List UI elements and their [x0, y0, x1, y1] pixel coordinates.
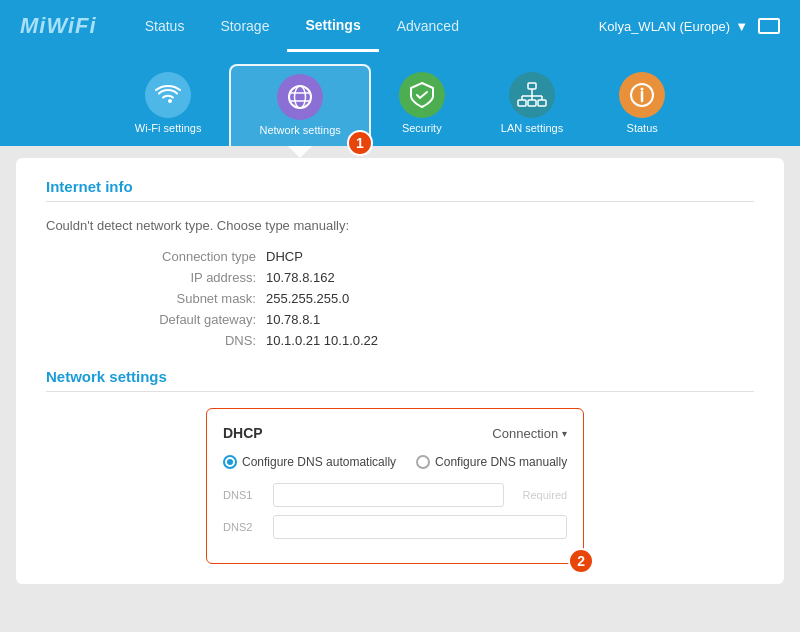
radio-auto-dns[interactable]: Configure DNS automatically — [223, 455, 396, 469]
dns2-input[interactable] — [273, 515, 567, 539]
info-row-connection: Connection type DHCP — [126, 249, 754, 264]
info-table: Connection type DHCP IP address: 10.78.8… — [126, 249, 754, 348]
username: Kolya_WLAN (Europe) — [599, 19, 731, 34]
step-badge-2: 2 — [568, 548, 594, 574]
info-row-subnet: Subnet mask: 255.255.255.0 — [126, 291, 754, 306]
user-chevron: ▼ — [735, 19, 748, 34]
network-settings-title: Network settings — [46, 368, 754, 385]
internet-info-title: Internet info — [46, 178, 754, 195]
label-connection: Connection type — [126, 249, 256, 264]
icon-item-network[interactable]: Network settings 1 — [229, 64, 370, 146]
wifi-label: Wi-Fi settings — [135, 122, 202, 134]
nav-settings[interactable]: Settings — [287, 0, 378, 52]
lan-icon-circle — [509, 72, 555, 118]
svg-point-0 — [289, 86, 311, 108]
radio-manual-dns[interactable]: Configure DNS manually — [416, 455, 567, 469]
network-icon-circle — [277, 74, 323, 120]
connection-header: DHCP Connection ▾ — [223, 425, 567, 441]
value-connection: DHCP — [266, 249, 303, 264]
lan-label: LAN settings — [501, 122, 563, 134]
status-icon-circle — [619, 72, 665, 118]
radio-dot-manual — [416, 455, 430, 469]
svg-rect-4 — [528, 83, 536, 89]
section-divider-1 — [46, 201, 754, 202]
svg-rect-6 — [538, 100, 546, 106]
connection-dropdown[interactable]: Connection ▾ — [492, 426, 567, 441]
label-dns: DNS: — [126, 333, 256, 348]
dhcp-label: DHCP — [223, 425, 263, 441]
user-menu[interactable]: Kolya_WLAN (Europe) ▼ — [599, 19, 748, 34]
nav-storage[interactable]: Storage — [202, 0, 287, 52]
network-label: Network settings — [259, 124, 340, 136]
nav-advanced[interactable]: Advanced — [379, 0, 477, 52]
value-subnet: 255.255.255.0 — [266, 291, 349, 306]
status-label: Status — [627, 122, 658, 134]
nav-right: Kolya_WLAN (Europe) ▼ — [599, 18, 780, 34]
dns1-label: DNS1 — [223, 489, 273, 501]
icon-bar: Wi-Fi settings Network settings 1 Securi… — [0, 52, 800, 146]
svg-point-15 — [641, 88, 644, 91]
label-gateway: Default gateway: — [126, 312, 256, 327]
security-icon-circle — [399, 72, 445, 118]
dns1-field: DNS1 Required — [223, 483, 567, 507]
logo-text: MiWiFi — [20, 13, 97, 38]
nav-links: Status Storage Settings Advanced — [127, 0, 599, 52]
mail-icon[interactable] — [758, 18, 780, 34]
icon-item-status[interactable]: Status — [591, 64, 693, 146]
internet-info-section: Internet info Couldn't detect network ty… — [46, 178, 754, 348]
radio-dot-auto — [223, 455, 237, 469]
svg-rect-5 — [518, 100, 526, 106]
security-label: Security — [402, 122, 442, 134]
icon-item-wifi[interactable]: Wi-Fi settings — [107, 64, 230, 146]
radio-auto-label: Configure DNS automatically — [242, 455, 396, 469]
icon-item-security[interactable]: Security — [371, 64, 473, 146]
dns-required: Required — [512, 489, 567, 501]
dns2-label: DNS2 — [223, 521, 273, 533]
svg-point-1 — [295, 86, 306, 108]
section-divider-2 — [46, 391, 754, 392]
info-row-dns: DNS: 10.1.0.21 10.1.0.22 — [126, 333, 754, 348]
nav-status[interactable]: Status — [127, 0, 203, 52]
connection-chevron: ▾ — [562, 428, 567, 439]
radio-manual-label: Configure DNS manually — [435, 455, 567, 469]
step-badge-1: 1 — [347, 130, 373, 156]
value-gateway: 10.78.8.1 — [266, 312, 320, 327]
radio-group: Configure DNS automatically Configure DN… — [223, 455, 567, 469]
value-dns: 10.1.0.21 10.1.0.22 — [266, 333, 378, 348]
label-subnet: Subnet mask: — [126, 291, 256, 306]
icon-item-lan[interactable]: LAN settings — [473, 64, 591, 146]
svg-rect-7 — [528, 100, 536, 106]
main-content: Internet info Couldn't detect network ty… — [16, 158, 784, 584]
wifi-icon-circle — [145, 72, 191, 118]
network-settings-box: DHCP Connection ▾ Configure DNS automati… — [206, 408, 584, 564]
dns2-field: DNS2 — [223, 515, 567, 539]
info-row-ip: IP address: 10.78.8.162 — [126, 270, 754, 285]
logo: MiWiFi — [20, 13, 97, 39]
label-ip: IP address: — [126, 270, 256, 285]
info-message: Couldn't detect network type. Choose typ… — [46, 218, 754, 233]
value-ip: 10.78.8.162 — [266, 270, 335, 285]
connection-text: Connection — [492, 426, 558, 441]
dns1-input[interactable] — [273, 483, 504, 507]
network-settings-section: Network settings DHCP Connection ▾ Confi… — [46, 368, 754, 564]
info-row-gateway: Default gateway: 10.78.8.1 — [126, 312, 754, 327]
top-nav: MiWiFi Status Storage Settings Advanced … — [0, 0, 800, 52]
